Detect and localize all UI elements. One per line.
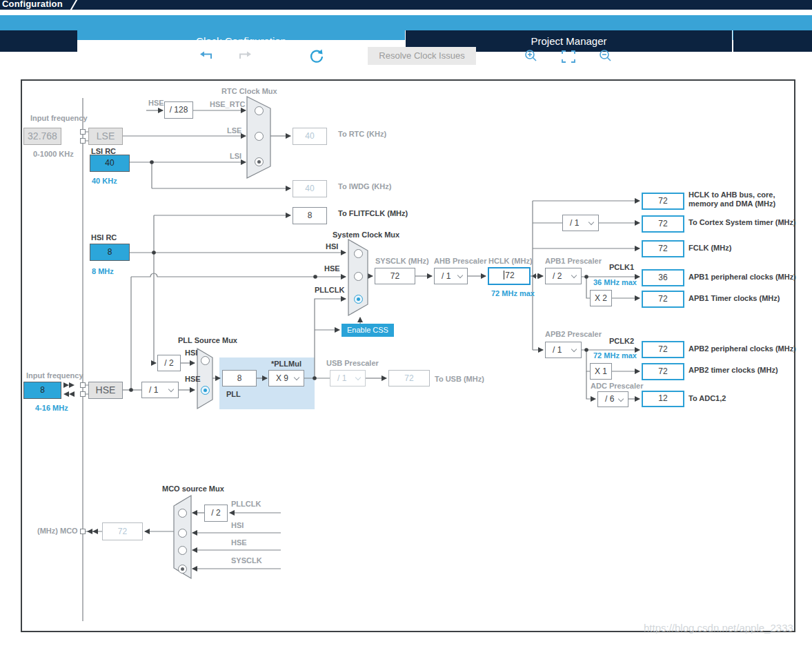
hse-source-box: HSE xyxy=(88,382,123,399)
apb2-peripheral-label: APB2 peripheral clocks (MHz) xyxy=(689,344,796,353)
sysmux-radio-hsi[interactable] xyxy=(354,249,363,258)
pclk1-max-label: 36 MHz max xyxy=(593,278,637,286)
ahb-prescaler-label: AHB Prescaler xyxy=(434,257,486,265)
pll-block-label: PLL xyxy=(226,390,241,398)
pllmux-hse-label: HSE xyxy=(185,375,201,383)
apb1-timer-multiplier-box: X 2 xyxy=(590,290,612,306)
iwdg-clock-value-box: 40 xyxy=(293,180,327,197)
mcomux-radio-hsi[interactable] xyxy=(178,529,187,538)
hclk-label: HCLK (MHz) xyxy=(488,257,533,265)
resolve-clock-issues-button[interactable]: Resolve Clock Issues xyxy=(368,47,476,65)
tab-clock-configuration[interactable]: Clock Configuration xyxy=(77,30,405,52)
apb2-timer-multiplier-box: X 1 xyxy=(590,363,612,380)
chevron-down-icon xyxy=(619,397,624,402)
mcomux-hsi-label: HSI xyxy=(231,521,244,529)
hse-port-top xyxy=(80,382,86,388)
hclk-value-input[interactable]: 72 xyxy=(488,267,531,285)
apb2-prescaler-label: APB2 Prescaler xyxy=(545,330,602,338)
chevron-down-icon xyxy=(295,375,299,380)
pll-source-mux-title: PLL Source Mux xyxy=(178,336,237,344)
breadcrumb[interactable]: Configuration xyxy=(2,0,63,10)
apb1-prescaler-dropdown[interactable]: / 2 xyxy=(545,268,582,284)
pllmux-radio-hse[interactable] xyxy=(201,386,210,395)
lsi-rc-frequency-label: 40 KHz xyxy=(92,177,117,185)
adc-label: To ADC1,2 xyxy=(689,394,726,402)
chevron-down-icon xyxy=(356,375,361,380)
cortex-prescaler-dropdown[interactable]: / 1 xyxy=(562,215,599,231)
pclk1-label: PCLK1 xyxy=(609,263,634,271)
sysclk-value-box: 72 xyxy=(375,268,415,284)
adc-prescaler-dropdown[interactable]: / 6 xyxy=(597,391,628,407)
chevron-down-icon xyxy=(589,220,594,225)
hclk-max-label: 72 MHz max xyxy=(491,289,535,297)
mcomux-radio-pllclk[interactable] xyxy=(178,509,187,518)
to-flitfclk-label: To FLITFCLK (MHz) xyxy=(338,209,408,217)
pll-hsi-divider-box: / 2 xyxy=(157,355,181,371)
apb1-peripheral-value-box[interactable]: 36 xyxy=(642,269,684,286)
tab-bar-right-spacer xyxy=(733,30,812,52)
sysmux-pllclk-label: PLLCLK xyxy=(315,286,344,294)
sysmux-hsi-label: HSI xyxy=(326,242,338,251)
apb1-timer-value-box[interactable]: 72 xyxy=(642,291,684,308)
lse-input-frequency-field: 32.768 xyxy=(23,128,61,145)
mco-label: (MHz) MCO xyxy=(37,527,78,535)
hsi-rc-frequency-label: 8 MHz xyxy=(92,267,114,275)
hclk-ahb-label-line1: HCLK to AHB bus, core, xyxy=(689,190,775,199)
adc-prescaler-label: ADC Prescaler xyxy=(591,382,643,390)
fit-view-icon[interactable] xyxy=(561,50,576,63)
sysmux-radio-pllclk[interactable] xyxy=(354,295,363,304)
apb1-prescaler-label: APB1 Prescaler xyxy=(545,257,602,265)
undo-icon[interactable] xyxy=(199,50,215,63)
rtc-clock-mux-title: RTC Clock Mux xyxy=(221,87,277,95)
system-clock-mux-title: System Clock Mux xyxy=(333,231,399,239)
pllmux-radio-hsi[interactable] xyxy=(201,356,210,365)
tab-bar: Clock Configuration Project Manager xyxy=(0,15,812,40)
zoom-in-icon[interactable] xyxy=(524,49,539,63)
mcomux-radio-sysclk[interactable] xyxy=(178,565,187,574)
hclk-ahb-label-line2: memory and DMA (MHz) xyxy=(689,199,775,208)
hse-port-bottom xyxy=(80,391,86,397)
mcomux-sysclk-label: SYSCLK xyxy=(231,556,262,565)
adc-value-box[interactable]: 12 xyxy=(642,391,684,407)
sysclk-label: SYSCLK (MHz) xyxy=(375,257,429,265)
lsi-rc-value-box: 40 xyxy=(90,155,130,172)
cortex-timer-value-box[interactable]: 72 xyxy=(642,215,684,233)
rtc-lsi-label: LSI xyxy=(230,152,241,160)
chevron-down-icon xyxy=(572,347,577,352)
rtc-mux-radio-hse-rtc[interactable] xyxy=(255,106,264,115)
clock-tree-canvas: Input frequency 32.768 0-1000 KHz LSE LS… xyxy=(21,79,795,632)
hclk-ahb-value-box[interactable]: 72 xyxy=(642,193,684,210)
redo-icon[interactable] xyxy=(237,50,252,63)
rtc-mux-radio-lse[interactable] xyxy=(255,132,264,141)
sysmux-hse-label: HSE xyxy=(324,264,340,273)
sysmux-radio-hse[interactable] xyxy=(354,272,363,281)
apb2-peripheral-value-box[interactable]: 72 xyxy=(642,341,684,358)
chevron-down-icon xyxy=(458,273,463,278)
apb2-timer-label: APB2 timer clocks (MHz) xyxy=(689,366,778,374)
hse-input-frequency-field[interactable]: 8 xyxy=(23,382,61,399)
flitfclk-value-box: 8 xyxy=(293,207,327,224)
rtc-mux-radio-lsi[interactable] xyxy=(255,157,264,166)
breadcrumb-slash-icon xyxy=(70,0,78,10)
hse-rtc-label: HSE_RTC xyxy=(210,100,245,108)
mcomux-radio-hse[interactable] xyxy=(178,546,187,555)
zoom-out-icon[interactable] xyxy=(598,49,613,63)
pllmul-dropdown[interactable]: X 9 xyxy=(268,370,304,386)
enable-css-button[interactable]: Enable CSS xyxy=(341,324,394,337)
ahb-prescaler-dropdown[interactable]: / 1 xyxy=(434,268,468,284)
top-bar: Configuration xyxy=(0,0,812,10)
rtc-lse-label: LSE xyxy=(227,126,241,135)
to-iwdg-label: To IWDG (KHz) xyxy=(338,182,391,190)
apb2-timer-value-box[interactable]: 72 xyxy=(642,363,684,380)
to-usb-label: To USB (MHz) xyxy=(435,375,484,383)
mco-value-box: 72 xyxy=(102,522,143,540)
pll-hse-divider-dropdown[interactable]: / 1 xyxy=(141,382,179,398)
apb2-prescaler-dropdown[interactable]: / 1 xyxy=(545,342,582,358)
hse-rtc-divider-box: / 128 xyxy=(164,101,193,119)
mcomux-hse-label: HSE xyxy=(231,538,247,547)
fclk-value-box[interactable]: 72 xyxy=(642,240,684,257)
usb-clock-value-box: 72 xyxy=(388,370,430,386)
pclk2-max-label: 72 MHz max xyxy=(593,351,637,360)
refresh-icon[interactable] xyxy=(308,48,325,65)
cortex-timer-label: To Cortex System timer (MHz) xyxy=(689,218,796,226)
